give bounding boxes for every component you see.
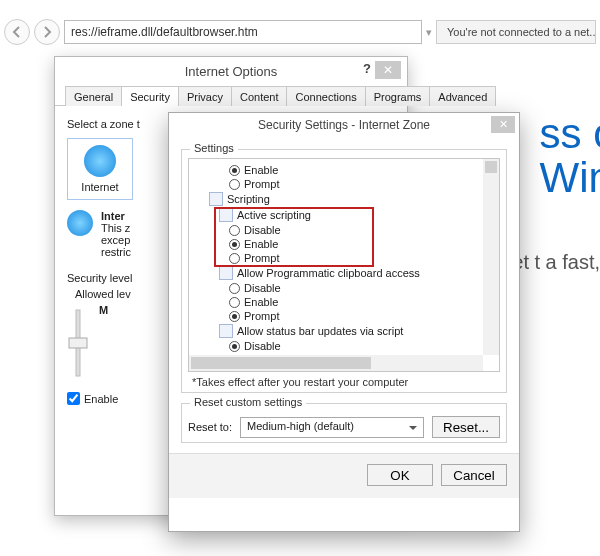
tree-option-disable[interactable]: Disable — [193, 281, 497, 295]
forward-button[interactable] — [34, 19, 60, 45]
globe-icon — [67, 210, 93, 236]
tree-subcategory: Allow status bar updates via script — [193, 323, 497, 339]
tree-option-enable[interactable]: Enable — [193, 163, 497, 177]
script-icon — [219, 208, 233, 222]
settings-tree[interactable]: EnablePromptScriptingActive scriptingDis… — [188, 158, 500, 372]
radio-icon — [229, 311, 240, 322]
script-icon — [209, 192, 223, 206]
tab-general[interactable]: General — [65, 86, 122, 106]
script-icon — [219, 266, 233, 280]
script-icon — [219, 324, 233, 338]
tree-option-enable[interactable]: Enable — [193, 237, 497, 251]
tree-option-disable[interactable]: Disable — [193, 223, 497, 237]
close-button[interactable]: ✕ — [375, 61, 401, 79]
radio-icon — [229, 165, 240, 176]
settings-group-label: Settings — [190, 142, 238, 154]
tree-subcategory: Allow Programmatic clipboard access — [193, 265, 497, 281]
tab-programs[interactable]: Programs — [365, 86, 431, 106]
tree-category: Scripting — [193, 191, 497, 207]
restart-note: *Takes effect after you restart your com… — [192, 376, 500, 388]
tab-security[interactable]: Security — [121, 86, 179, 106]
reset-to-label: Reset to: — [188, 421, 232, 433]
vertical-scrollbar[interactable] — [483, 159, 499, 355]
tree-option-prompt[interactable]: Prompt — [193, 251, 497, 265]
cancel-button[interactable]: Cancel — [441, 464, 507, 486]
browser-chrome: ▾ You're not connected to a net... — [4, 18, 596, 46]
radio-icon — [229, 239, 240, 250]
reset-button[interactable]: Reset... — [432, 416, 500, 438]
security-settings-title: Security Settings - Internet Zone — [258, 118, 430, 132]
tree-option-disable[interactable]: Disable — [193, 339, 497, 353]
tree-option-prompt[interactable]: Prompt — [193, 309, 497, 323]
page-hero-text: ss ou Wind — [540, 112, 600, 200]
internet-options-title: Internet Options — [185, 64, 278, 79]
horizontal-scrollbar[interactable] — [189, 355, 483, 371]
tab-content[interactable]: Content — [231, 86, 288, 106]
ok-button[interactable]: OK — [367, 464, 433, 486]
tab-advanced[interactable]: Advanced — [429, 86, 496, 106]
tab-label: You're not connected to a net... — [447, 26, 596, 38]
internet-options-titlebar: Internet Options ? ✕ — [55, 57, 407, 85]
security-settings-dialog: Security Settings - Internet Zone ✕ Sett… — [168, 112, 520, 532]
radio-icon — [229, 297, 240, 308]
browser-tab[interactable]: You're not connected to a net... — [436, 20, 596, 44]
svg-rect-1 — [69, 338, 87, 348]
radio-icon — [229, 253, 240, 264]
globe-icon — [84, 145, 116, 177]
back-button[interactable] — [4, 19, 30, 45]
address-input[interactable] — [64, 20, 422, 44]
tree-option-enable[interactable]: Enable — [193, 295, 497, 309]
radio-icon — [229, 225, 240, 236]
tree-subcategory: Active scripting — [193, 207, 497, 223]
radio-icon — [229, 341, 240, 352]
help-button[interactable]: ? — [363, 61, 371, 76]
radio-icon — [229, 179, 240, 190]
tab-connections[interactable]: Connections — [286, 86, 365, 106]
internet-options-tabs: GeneralSecurityPrivacyContentConnections… — [55, 85, 407, 106]
security-slider[interactable] — [67, 304, 89, 378]
zone-internet[interactable]: Internet — [67, 138, 133, 200]
close-button[interactable]: ✕ — [491, 116, 515, 133]
tree-option-prompt[interactable]: Prompt — [193, 177, 497, 191]
reset-group-label: Reset custom settings — [190, 396, 306, 408]
reset-level-select[interactable]: Medium-high (default) — [240, 417, 424, 438]
radio-icon — [229, 283, 240, 294]
tab-privacy[interactable]: Privacy — [178, 86, 232, 106]
